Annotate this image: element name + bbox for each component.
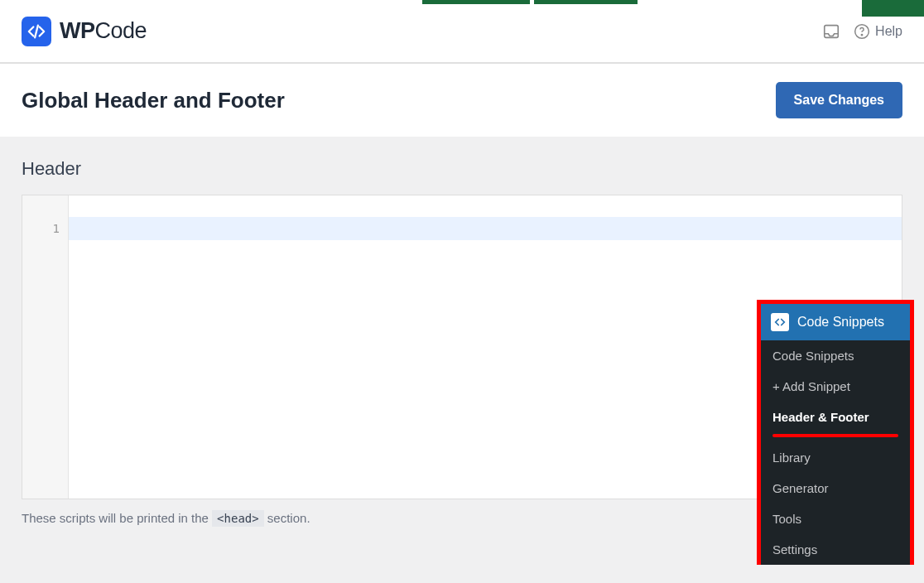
active-line-highlight — [69, 217, 902, 240]
help-label: Help — [875, 24, 902, 39]
wpcode-logo-icon — [22, 17, 51, 46]
save-button[interactable]: Save Changes — [776, 82, 902, 118]
submenu-title: Code Snippets — [797, 315, 884, 330]
decorative-accent — [422, 0, 530, 4]
menu-item-tools[interactable]: Tools — [761, 504, 910, 534]
menu-item-add-snippet[interactable]: + Add Snippet — [761, 371, 910, 402]
menu-item-library[interactable]: Library — [761, 442, 910, 473]
hint-suffix: section. — [264, 511, 310, 525]
logo[interactable]: WPCode — [22, 17, 147, 46]
code-snippets-icon — [771, 313, 789, 331]
hint-code: <head> — [212, 510, 264, 527]
svg-point-3 — [861, 34, 862, 35]
decorative-accent — [862, 0, 924, 17]
hint-prefix: These scripts will be printed in the — [22, 511, 212, 525]
menu-item-header-footer[interactable]: Header & Footer — [761, 402, 910, 432]
active-underline — [772, 434, 898, 437]
help-button[interactable]: Help — [854, 23, 902, 40]
inbox-icon[interactable] — [822, 22, 840, 41]
editor-gutter: 1 — [22, 195, 69, 499]
logo-text: WPCode — [60, 18, 147, 44]
menu-item-snippets[interactable]: Code Snippets — [761, 340, 910, 371]
menu-item-settings[interactable]: Settings — [761, 534, 910, 565]
admin-submenu-overlay: Code Snippets Code Snippets + Add Snippe… — [757, 300, 914, 565]
help-icon — [854, 23, 870, 40]
svg-line-0 — [35, 25, 38, 37]
line-number: 1 — [22, 217, 68, 240]
section-heading: Header — [22, 158, 902, 180]
menu-item-generator[interactable]: Generator — [761, 473, 910, 504]
decorative-accent — [534, 0, 638, 4]
top-bar: WPCode Help — [0, 0, 924, 63]
submenu-header[interactable]: Code Snippets — [761, 304, 910, 340]
title-bar: Global Header and Footer Save Changes — [0, 63, 924, 137]
page-title: Global Header and Footer — [22, 88, 285, 113]
top-actions: Help — [822, 22, 902, 41]
